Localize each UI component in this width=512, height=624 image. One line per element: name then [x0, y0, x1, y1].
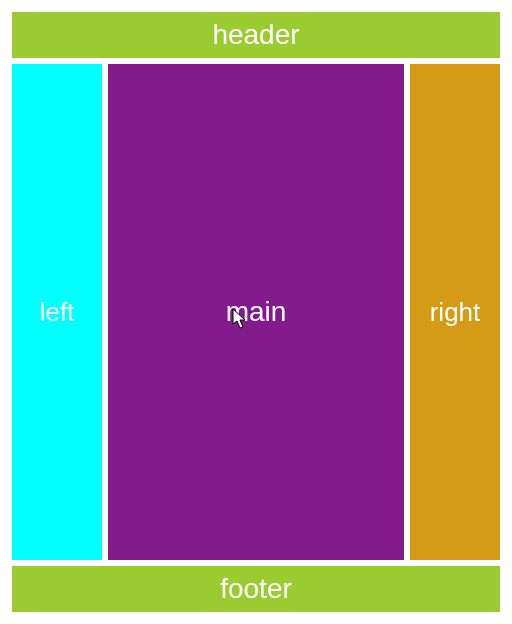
- left-label: left: [40, 297, 75, 328]
- middle-row: left main right: [12, 64, 500, 560]
- layout-diagram: header left main right footer: [12, 12, 500, 612]
- main-label: main: [226, 296, 287, 328]
- footer-label: footer: [220, 573, 292, 605]
- header-region: header: [12, 12, 500, 58]
- right-label: right: [430, 297, 481, 328]
- footer-region: footer: [12, 566, 500, 612]
- left-region: left: [12, 64, 102, 560]
- right-region: right: [410, 64, 500, 560]
- header-label: header: [212, 19, 299, 51]
- main-region: main: [108, 64, 404, 560]
